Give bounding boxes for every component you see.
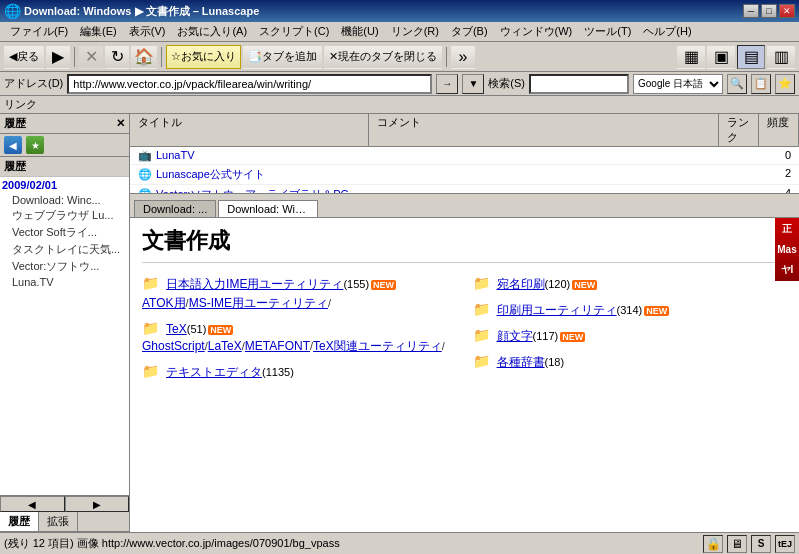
link-ime-count: (155) — [343, 278, 369, 290]
menu-script[interactable]: スクリプト(C) — [253, 22, 335, 41]
view-btn-4[interactable]: ▥ — [767, 45, 795, 69]
right-nav-label-1[interactable]: 正 — [777, 222, 797, 236]
address-go-button[interactable]: → — [436, 74, 458, 94]
menu-window[interactable]: ウィンドウ(W) — [494, 22, 579, 41]
sub-ime: ATOK用/MS-IME用ユーティリティ/ — [142, 295, 457, 312]
sidebar-item-2[interactable]: ウェブブラウザ Lu... — [0, 207, 129, 224]
sidebar-item-3[interactable]: Vector Softライ... — [0, 224, 129, 241]
add-tab-button[interactable]: 📑 タブを追加 — [243, 45, 322, 69]
content-col-left: 📁 日本語入力IME用ユーティリティ(155)NEW ATOK用/MS-IME用… — [142, 275, 457, 389]
refresh-button[interactable]: ↻ — [105, 45, 129, 69]
home-button[interactable]: 🏠 — [131, 45, 157, 69]
web-content: 文書作成 📁 日本語入力IME用ユーティリティ(155)NEW ATOK用/MS… — [130, 218, 799, 532]
menu-tools[interactable]: ツール(T) — [578, 22, 637, 41]
tab-1[interactable]: Download: ... — [134, 200, 216, 217]
link-print[interactable]: 印刷用ユーティリティ — [497, 303, 617, 317]
search-extra-btn-2[interactable]: ⭐ — [775, 74, 795, 94]
content-item-tex: 📁 TeX(51)NEW GhostScript/LaTeX/METAFONT/… — [142, 320, 457, 355]
bk-row-3-rank — [719, 186, 759, 194]
search-label: 検索(S) — [488, 76, 525, 91]
search-button[interactable]: 🔍 — [727, 74, 747, 94]
toolbar-separator-1 — [74, 47, 75, 67]
sidebar-tabs: 履歴 拡張 — [0, 512, 129, 532]
link-address[interactable]: 宛名印刷 — [497, 277, 545, 291]
status-icon-lock: 🔒 — [703, 535, 723, 553]
content-item-textedit: 📁 テキストエディタ(1135) — [142, 363, 457, 381]
link-tex[interactable]: TeX — [166, 322, 187, 336]
sidebar-tab-history[interactable]: 履歴 — [0, 512, 39, 531]
new-badge-ime: NEW — [371, 280, 396, 290]
link-emoji[interactable]: 顔文字 — [497, 329, 533, 343]
menu-tab[interactable]: タブ(B) — [445, 22, 494, 41]
toolbar-separator-3 — [446, 47, 447, 67]
main-area: 履歴 ✕ ◀ ★ 履歴 2009/02/01 Download: Winc...… — [0, 114, 799, 532]
sidebar-close-icon[interactable]: ✕ — [116, 117, 125, 130]
bk-row-1-freq: 0 — [759, 148, 799, 163]
sidebar-icon-btn-1[interactable]: ◀ — [4, 136, 22, 154]
content-item-print: 📁 印刷用ユーティリティ(314)NEW — [473, 301, 788, 319]
content-item-dict: 📁 各種辞書(18) — [473, 353, 788, 371]
view-btn-3[interactable]: ▤ — [737, 45, 765, 69]
stop-button[interactable]: ✕ — [79, 45, 103, 69]
bk-row-3-freq: 4 — [759, 186, 799, 194]
sidebar-scroll-arrows: ◀ ▶ — [0, 495, 129, 512]
menu-links[interactable]: リンク(R) — [385, 22, 445, 41]
status-icon-monitor: 🖥 — [727, 535, 747, 553]
sidebar-item-1[interactable]: Download: Winc... — [0, 193, 129, 207]
back-button[interactable]: ◀ 戻る — [4, 45, 44, 69]
title-separator: ▶ — [135, 5, 146, 17]
menu-file[interactable]: ファイル(F) — [4, 22, 74, 41]
link-address-count: (120) — [545, 278, 571, 290]
bk-row-2-comment — [369, 166, 719, 183]
view-btn-1[interactable]: ▦ — [677, 45, 705, 69]
sidebar-icon-btn-2[interactable]: ★ — [26, 136, 44, 154]
sidebar-item-5[interactable]: Vector:ソフトウ... — [0, 258, 129, 275]
link-tex-rel[interactable]: TeX関連ユーティリティ — [313, 339, 442, 353]
link-ime[interactable]: 日本語入力IME用ユーティリティ — [166, 277, 343, 291]
right-nav-label-2[interactable]: Mas — [777, 244, 797, 255]
link-atok[interactable]: ATOK用 — [142, 296, 186, 310]
sidebar-scroll-right[interactable]: ▶ — [65, 496, 130, 512]
tab-2[interactable]: Download: Win... — [218, 200, 318, 217]
sub-tex: GhostScript/LaTeX/METAFONT/TeX関連ユーティリティ/ — [142, 338, 457, 355]
right-nav-label-3[interactable]: ヤI — [777, 263, 797, 277]
status-icon-tej: tEJ — [775, 535, 795, 553]
bk-row-2-title[interactable]: 🌐Lunascape公式サイト — [130, 166, 369, 183]
search-engine-select[interactable]: Google 日本語 — [633, 74, 723, 94]
more-button[interactable]: » — [451, 45, 475, 69]
bk-row-1-title[interactable]: 📺LunaTV — [130, 148, 369, 163]
favorites-button[interactable]: ☆ お気に入り — [166, 45, 241, 69]
view-btn-2[interactable]: ▣ — [707, 45, 735, 69]
sidebar-scroll-left[interactable]: ◀ — [0, 496, 65, 512]
close-tab-button[interactable]: ✕ 現在のタブを閉じる — [324, 45, 442, 69]
sidebar-item-4[interactable]: タスクトレイに天気... — [0, 241, 129, 258]
minimize-button[interactable]: ─ — [743, 4, 759, 18]
search-input[interactable] — [529, 74, 629, 94]
title-bar: 🌐 Download: Windows ▶ 文書作成 – Lunascape ─… — [0, 0, 799, 22]
address-dropdown-button[interactable]: ▼ — [462, 74, 484, 94]
search-extra-btn-1[interactable]: 📋 — [751, 74, 771, 94]
menu-favorites[interactable]: お気に入り(A) — [171, 22, 253, 41]
link-metafont[interactable]: METAFONT — [245, 339, 310, 353]
bk-row-3-title[interactable]: 🌐Vector:ソフトウェア・ライブラリ＆PC... — [130, 186, 369, 194]
link-textedit[interactable]: テキストエディタ — [166, 365, 262, 379]
sidebar-item-6[interactable]: Luna.TV — [0, 275, 129, 289]
forward-button[interactable]: ▶ — [46, 45, 70, 69]
toolbar-separator-2 — [161, 47, 162, 67]
menu-function[interactable]: 機能(U) — [335, 22, 384, 41]
link-msime[interactable]: MS-IME用ユーティリティ — [189, 296, 328, 310]
menu-edit[interactable]: 編集(E) — [74, 22, 123, 41]
link-latex[interactable]: LaTeX — [208, 339, 242, 353]
sidebar-title: 履歴 — [4, 116, 26, 131]
close-button[interactable]: ✕ — [779, 4, 795, 18]
link-ghost[interactable]: GhostScript — [142, 339, 205, 353]
sidebar-tab-extensions[interactable]: 拡張 — [39, 512, 78, 531]
address-input[interactable] — [67, 74, 432, 94]
bookmarks-header: タイトル コメント ランク 頻度 — [130, 114, 799, 147]
menu-help[interactable]: ヘルプ(H) — [637, 22, 697, 41]
maximize-button[interactable]: □ — [761, 4, 777, 18]
menu-view[interactable]: 表示(V) — [123, 22, 172, 41]
content-item-address: 📁 宛名印刷(120)NEW — [473, 275, 788, 293]
bk-row-3-comment — [369, 186, 719, 194]
link-dict[interactable]: 各種辞書 — [497, 355, 545, 369]
